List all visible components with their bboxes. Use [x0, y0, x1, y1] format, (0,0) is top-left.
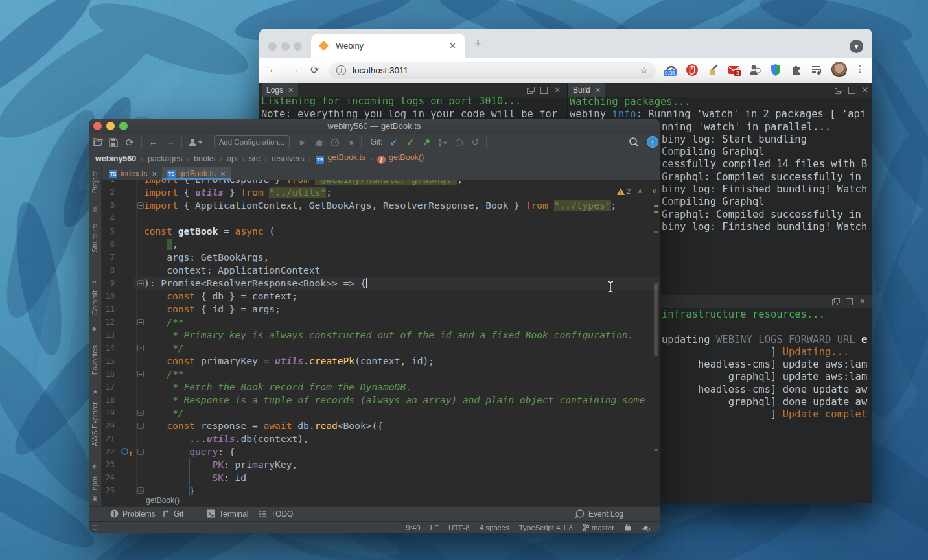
- breadcrumb-item[interactable]: webiny560: [95, 154, 136, 163]
- indent-setting[interactable]: 4 spaces: [480, 524, 509, 531]
- code-line[interactable]: 25˄ }: [102, 484, 660, 496]
- code-line[interactable]: 3−import { ApplicationContext, GetBookAr…: [102, 199, 660, 212]
- ide-zoom-button[interactable]: [119, 122, 128, 130]
- code-line[interactable]: 24 SK: id: [102, 471, 660, 484]
- reload-icon[interactable]: ⟳: [310, 64, 319, 76]
- sidebar-item-project[interactable]: Project: [91, 171, 99, 193]
- git-update-icon[interactable]: ↙: [388, 134, 399, 150]
- address-bar[interactable]: i localhost:3011 ☆: [329, 62, 656, 79]
- code-line[interactable]: 18 * Response is a tuple of records (alw…: [102, 393, 660, 406]
- forward-icon[interactable]: →: [289, 64, 299, 75]
- debug-icon[interactable]: [314, 134, 324, 150]
- tab-search-icon[interactable]: ▼: [850, 40, 863, 53]
- save-icon[interactable]: [108, 134, 119, 150]
- git-push-icon[interactable]: ↗: [421, 134, 432, 150]
- code-editor[interactable]: 1import { ErrorResponse } from "@webiny/…: [102, 180, 660, 496]
- browser-close-button[interactable]: [268, 42, 277, 51]
- adblock-extension-icon[interactable]: [686, 64, 699, 76]
- line-separator[interactable]: LF: [430, 524, 439, 531]
- mail-extension-icon[interactable]: 3: [728, 64, 741, 76]
- profile-avatar[interactable]: [831, 62, 847, 77]
- build-window-icons[interactable]: ✕: [835, 87, 868, 94]
- toolwindow-git[interactable]: Git: [162, 507, 183, 522]
- typescript-version[interactable]: TypeScript 4.1.3: [519, 524, 573, 531]
- encoding[interactable]: UTF-8: [448, 524, 470, 531]
- sidebar-item-favorites[interactable]: Favorites: [91, 345, 99, 375]
- tab-getbook-ts[interactable]: TSgetBook.ts✕: [162, 167, 231, 180]
- profiler-icon[interactable]: [330, 134, 340, 150]
- breadcrumb-item[interactable]: resolvers: [272, 154, 305, 163]
- search-everywhere-icon[interactable]: [629, 137, 639, 147]
- update-available-icon[interactable]: ↑: [647, 136, 658, 148]
- code-line[interactable]: 20− const response = await db.read<Book>…: [102, 419, 660, 432]
- toolwindow-todo[interactable]: TODO: [259, 507, 293, 522]
- git-history-icon[interactable]: ◷: [454, 134, 464, 150]
- git-commit-icon[interactable]: ✓: [405, 134, 415, 150]
- puzzle-extension-icon[interactable]: [790, 64, 803, 76]
- sync-icon[interactable]: ⟳: [124, 134, 135, 150]
- code-line[interactable]: 22− query: {: [102, 445, 660, 458]
- editor-scrollbar[interactable]: [654, 283, 658, 356]
- code-line[interactable]: 9−): Promise<ResolverResponse<Book>> => …: [102, 277, 660, 290]
- sidebar-item-aws-explorer[interactable]: AWS Explorer: [91, 402, 99, 447]
- toolwindow-toggle-icon[interactable]: ▢: [92, 524, 98, 530]
- lock-icon[interactable]: [624, 523, 631, 532]
- code-line[interactable]: 7 args: GetBookArgs,: [102, 251, 660, 264]
- code-line[interactable]: 2import { utils } from "../utils";: [102, 186, 660, 199]
- tab-index-ts[interactable]: TSindex.ts✕: [104, 167, 163, 180]
- code-line[interactable]: 19˄ */: [102, 406, 660, 419]
- user-icon[interactable]: [187, 134, 204, 150]
- open-folder-icon[interactable]: [93, 134, 103, 150]
- code-line[interactable]: 23 PK: primaryKey,: [102, 458, 660, 471]
- fold-icon[interactable]: −: [137, 319, 144, 325]
- fold-icon[interactable]: ˄: [137, 410, 144, 416]
- ide-titlebar[interactable]: webiny560 — getBook.ts: [89, 119, 660, 134]
- infra-window-icons[interactable]: ✕: [832, 298, 866, 305]
- tab-close-icon[interactable]: ✕: [449, 41, 456, 51]
- warning-stripe-mark[interactable]: [654, 211, 658, 213]
- add-configuration-button[interactable]: Add Configuration...: [214, 135, 290, 148]
- site-info-icon[interactable]: i: [336, 65, 346, 75]
- stop-icon[interactable]: ■: [346, 134, 356, 150]
- code-line[interactable]: 21 ...utils.db(context),: [102, 432, 660, 445]
- code-line[interactable]: 17 * Fetch the Book record from the Dyna…: [102, 380, 660, 393]
- breadcrumb-item[interactable]: books: [194, 154, 215, 163]
- code-line[interactable]: 6 _,: [102, 238, 660, 251]
- back-arrow-icon[interactable]: ←: [148, 134, 159, 150]
- toolwindow-terminal[interactable]: Terminal: [207, 507, 248, 522]
- warning-stripe-mark[interactable]: [654, 205, 658, 207]
- forward-arrow-icon[interactable]: →: [165, 134, 176, 150]
- logs-window-icons[interactable]: ✕: [527, 87, 561, 94]
- tab-close-icon[interactable]: ✕: [152, 170, 157, 178]
- toolwindow-problems[interactable]: Problems: [110, 507, 156, 522]
- code-line[interactable]: 15 const primaryKey = utils.createPk(con…: [102, 355, 660, 368]
- colorpicker-extension-icon[interactable]: [708, 64, 721, 76]
- breadcrumb-item[interactable]: api: [227, 154, 238, 163]
- build-tab-close-icon[interactable]: ✕: [595, 86, 601, 94]
- code-line[interactable]: 5const getBook = async (: [102, 225, 660, 238]
- browser-minimize-button[interactable]: [281, 42, 290, 51]
- gauge-extension-icon[interactable]: 0.35: [665, 64, 678, 76]
- playlist-extension-icon[interactable]: [810, 64, 823, 76]
- code-line[interactable]: 10 const { db } = context;: [102, 290, 660, 303]
- session-extension-icon[interactable]: [748, 64, 761, 76]
- url-text[interactable]: localhost:3011: [353, 65, 408, 75]
- code-line[interactable]: 11 const { id } = args;: [102, 303, 660, 316]
- toolwindow-event-log[interactable]: Event Log: [575, 507, 623, 522]
- fold-icon[interactable]: −: [137, 280, 144, 286]
- browser-menu-icon[interactable]: ⋮: [855, 64, 864, 74]
- inspection-widget[interactable]: 2∧∨: [617, 187, 660, 197]
- ide-minimize-button[interactable]: [106, 122, 115, 130]
- back-icon[interactable]: ←: [268, 64, 279, 75]
- fold-icon[interactable]: −: [137, 423, 144, 429]
- git-merge-icon[interactable]: [437, 134, 448, 150]
- build-tab[interactable]: Build✕: [568, 83, 605, 97]
- code-line[interactable]: 12− /**: [102, 316, 660, 329]
- breadcrumb-item[interactable]: TSgetBook.ts: [316, 153, 365, 164]
- browser-zoom-button[interactable]: [294, 42, 302, 51]
- breadcrumb-item[interactable]: packages: [148, 154, 183, 163]
- code-line[interactable]: 1import { ErrorResponse } from "@webiny/…: [102, 180, 660, 186]
- logs-tab-close-icon[interactable]: ✕: [288, 86, 294, 94]
- code-line[interactable]: 4: [102, 212, 660, 225]
- git-branch[interactable]: master: [583, 524, 614, 531]
